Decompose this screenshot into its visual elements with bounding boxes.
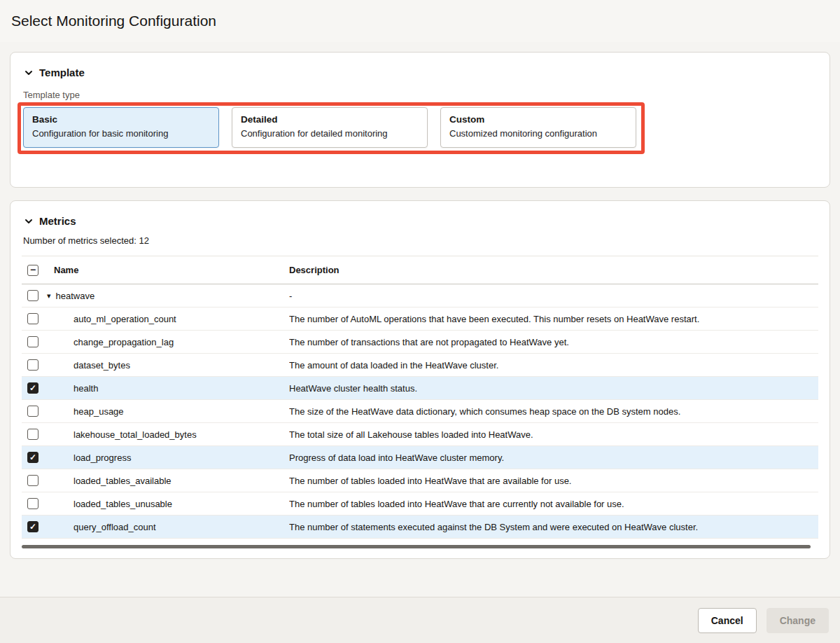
metric-description: The number of transactions that are not … (289, 337, 818, 347)
metrics-section-title: Metrics (39, 215, 76, 227)
metric-checkbox-cell (22, 359, 47, 371)
metric-checkbox[interactable]: ✓ (27, 382, 38, 394)
metric-description: The size of the HeatWave data dictionary… (289, 406, 818, 417)
metric-name: loaded_tables_available (47, 476, 289, 486)
group-checkbox[interactable] (27, 290, 38, 301)
metric-description: Progress of data load into HeatWave clus… (289, 452, 818, 463)
metric-checkbox[interactable] (27, 336, 38, 347)
metric-group-row[interactable]: ▾ heatwave - (22, 284, 818, 307)
template-card-custom[interactable]: Custom Customized monitoring configurati… (440, 107, 636, 148)
metric-name: heap_usage (47, 406, 289, 417)
group-description: - (289, 291, 818, 301)
collapse-triangle-icon[interactable]: ▾ (47, 292, 51, 300)
dialog-footer: Cancel Change (0, 597, 840, 643)
template-type-label: Template type (23, 90, 818, 100)
metric-checkbox-cell (22, 498, 47, 510)
group-name-cell: ▾ heatwave (47, 291, 289, 301)
select-all-cell: − (22, 264, 47, 276)
metric-description: The number of statements executed agains… (289, 522, 818, 532)
cancel-button[interactable]: Cancel (698, 608, 757, 633)
metric-description: The amount of data loaded in the HeatWav… (289, 360, 818, 371)
metric-checkbox[interactable]: ✓ (27, 521, 38, 532)
chevron-down-icon (24, 69, 33, 77)
page-title: Select Monitoring Configuration (11, 13, 216, 29)
metric-checkbox-cell: ✓ (22, 382, 47, 394)
metric-row[interactable]: loaded_tables_unusableThe number of tabl… (22, 492, 818, 516)
metric-checkbox[interactable] (27, 406, 38, 417)
metric-row[interactable]: ✓load_progressProgress of data load into… (22, 446, 818, 469)
metric-name: lakehouse_total_loaded_bytes (47, 429, 289, 440)
metric-description: The number of tables loaded into HeatWav… (289, 499, 818, 509)
metric-row[interactable]: heap_usageThe size of the HeatWave data … (22, 400, 818, 423)
metrics-count-label: Number of metrics selected: 12 (23, 235, 818, 246)
metric-checkbox-cell: ✓ (22, 452, 47, 464)
template-card-basic[interactable]: Basic Configuration for basic monitoring (23, 107, 219, 148)
template-card-title: Detailed (241, 114, 419, 125)
group-checkbox-cell (22, 290, 47, 302)
metric-checkbox-cell (22, 336, 47, 348)
template-card-description: Configuration for detailed monitoring (241, 128, 419, 139)
metric-checkbox[interactable] (27, 429, 38, 440)
template-card-title: Basic (32, 114, 210, 125)
template-section-title: Template (39, 67, 85, 78)
metric-row[interactable]: change_propagation_lagThe number of tran… (22, 331, 818, 354)
description-column-header: Description (289, 265, 818, 275)
template-section-toggle[interactable]: Template (22, 61, 818, 83)
metrics-table-header: − Name Description (22, 256, 818, 284)
template-cards: Basic Configuration for basic monitoring… (23, 107, 818, 148)
metrics-panel: Metrics Number of metrics selected: 12 −… (10, 200, 830, 559)
template-card-description: Configuration for basic monitoring (32, 128, 210, 139)
horizontal-scrollbar[interactable] (22, 545, 811, 548)
metric-name: query_offload_count (47, 522, 289, 532)
template-card-detailed[interactable]: Detailed Configuration for detailed moni… (232, 107, 428, 148)
metric-description: HeatWave cluster health status. (289, 383, 818, 394)
metric-row[interactable]: loaded_tables_availableThe number of tab… (22, 469, 818, 492)
metric-checkbox[interactable] (27, 475, 38, 486)
template-cards-wrap: Basic Configuration for basic monitoring… (23, 107, 818, 148)
metric-row[interactable]: dataset_bytesThe amount of data loaded i… (22, 354, 818, 377)
metric-description: The number of AutoML operations that hav… (289, 314, 818, 324)
metric-checkbox-cell (22, 313, 47, 325)
metric-checkbox-cell (22, 475, 47, 487)
metric-checkbox[interactable]: ✓ (27, 452, 38, 463)
metric-name: health (47, 383, 289, 394)
metric-description: The number of tables loaded into HeatWav… (289, 476, 818, 486)
select-all-checkbox[interactable]: − (27, 265, 38, 276)
metric-checkbox-cell (22, 429, 47, 441)
template-card-title: Custom (449, 114, 627, 125)
metric-name: load_progress (47, 452, 289, 463)
metric-name: change_propagation_lag (47, 337, 289, 347)
metric-name: dataset_bytes (47, 360, 289, 371)
metric-checkbox[interactable] (27, 313, 38, 324)
group-name: heatwave (56, 291, 95, 301)
metric-row[interactable]: ✓query_offload_countThe number of statem… (22, 516, 818, 539)
template-panel: Template Template type Basic Configurati… (10, 52, 830, 188)
metric-name: loaded_tables_unusable (47, 499, 289, 509)
dialog-header: Select Monitoring Configuration (0, 0, 840, 42)
metric-description: The total size of all Lakehouse tables l… (289, 429, 818, 440)
metrics-table: − Name Description ▾ heatwave - auto_ml_… (22, 256, 818, 539)
metric-checkbox[interactable] (27, 498, 38, 509)
change-button[interactable]: Change (766, 608, 829, 633)
metric-row[interactable]: lakehouse_total_loaded_bytesThe total si… (22, 423, 818, 446)
metric-checkbox[interactable] (27, 359, 38, 371)
metric-checkbox-cell: ✓ (22, 521, 47, 533)
metric-checkbox-cell (22, 406, 47, 417)
metric-name: auto_ml_operation_count (47, 314, 289, 324)
metric-row[interactable]: auto_ml_operation_countThe number of Aut… (22, 307, 818, 331)
name-column-header: Name (47, 265, 289, 275)
metrics-section-toggle[interactable]: Metrics (22, 209, 818, 231)
template-card-description: Customized monitoring configuration (449, 128, 627, 139)
metric-row[interactable]: ✓healthHeatWave cluster health status. (22, 377, 818, 400)
metrics-table-body: auto_ml_operation_countThe number of Aut… (22, 307, 818, 539)
chevron-down-icon (24, 217, 33, 226)
